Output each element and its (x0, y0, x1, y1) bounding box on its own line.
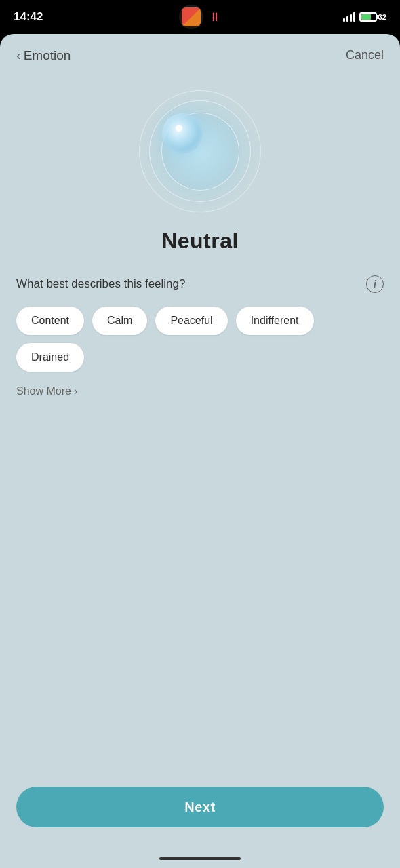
emotion-label: Neutral (161, 229, 239, 254)
orb-ring-2 (161, 113, 239, 191)
main-content: ‹ Emotion Cancel Neutral What best descr… (0, 34, 400, 868)
chip-drained[interactable]: Drained (16, 343, 84, 372)
status-right: 32 (343, 12, 386, 22)
audio-waveform-icon: ⏸ (209, 10, 221, 24)
nav-title: Emotion (24, 48, 71, 63)
feeling-chips: Content Calm Peaceful Indifferent Draine… (16, 307, 384, 372)
feeling-question: What best describes this feeling? (16, 277, 185, 291)
emotion-orb (139, 90, 261, 212)
back-chevron-icon: ‹ (16, 47, 21, 63)
next-button[interactable]: Next (16, 787, 384, 827)
show-more-button[interactable]: Show More › (16, 382, 77, 400)
chip-content[interactable]: Content (16, 307, 84, 335)
feeling-section: What best describes this feeling? i Cont… (0, 254, 400, 400)
chip-calm[interactable]: Calm (92, 307, 147, 335)
info-icon[interactable]: i (366, 275, 384, 293)
orb-core (162, 113, 203, 154)
battery-icon: 32 (359, 12, 386, 22)
status-center: ⏸ (179, 5, 221, 29)
cancel-button[interactable]: Cancel (346, 48, 384, 62)
back-button[interactable]: ‹ Emotion (16, 47, 71, 63)
chip-peaceful[interactable]: Peaceful (155, 307, 227, 335)
orb-highlight (176, 125, 182, 132)
status-time: 14:42 (14, 10, 43, 24)
show-more-chevron-icon: › (74, 385, 77, 397)
app-icon-graphic (182, 7, 201, 26)
feeling-header: What best describes this feeling? i (16, 275, 384, 293)
home-indicator (159, 857, 241, 860)
nav-header: ‹ Emotion Cancel (0, 34, 400, 70)
battery-percent: 32 (378, 13, 386, 21)
chip-indifferent[interactable]: Indifferent (236, 307, 314, 335)
signal-icon (343, 12, 355, 22)
status-bar: 14:42 ⏸ 32 (0, 0, 400, 34)
show-more-label: Show More (16, 385, 71, 397)
app-icon (179, 5, 203, 29)
